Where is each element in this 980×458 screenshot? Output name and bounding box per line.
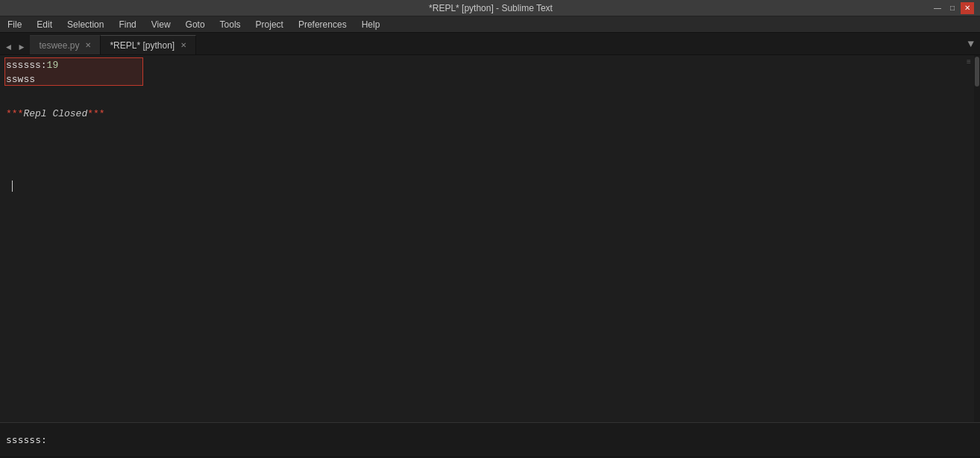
tabbar: ◄ ► teswee.py ✕ *REPL* [python] ✕ ▼	[0, 33, 980, 55]
menu-item-help[interactable]: Help	[354, 16, 388, 32]
titlebar: *REPL* [python] - Sublime Text — □ ✕	[0, 0, 980, 16]
tab-nav-right[interactable]: ►	[16, 41, 27, 54]
tab-repl-close[interactable]: ✕	[180, 42, 186, 49]
titlebar-controls: — □ ✕	[931, 2, 974, 14]
minimize-button[interactable]: —	[931, 2, 944, 14]
menu-item-selection[interactable]: Selection	[60, 16, 111, 32]
menubar: FileEditSelectionFindViewGotoToolsProjec…	[0, 16, 980, 33]
menu-item-preferences[interactable]: Preferences	[291, 16, 354, 32]
editor-line-3	[6, 87, 974, 101]
repl-closed-text: Repl Closed	[23, 107, 87, 121]
bottom-panel: ssssss:	[0, 422, 980, 457]
menu-item-find[interactable]: Find	[111, 16, 143, 32]
bottom-input-container[interactable]: ssssss:	[6, 433, 974, 447]
tab-repl[interactable]: *REPL* [python] ✕	[101, 35, 196, 54]
editor-line-5	[6, 121, 974, 135]
maximize-button[interactable]: □	[946, 2, 959, 14]
titlebar-title: *REPL* [python] - Sublime Text	[51, 3, 931, 13]
line2-text: sswss	[6, 72, 35, 87]
menu-item-file[interactable]: File	[0, 16, 29, 32]
menu-item-goto[interactable]: Goto	[178, 16, 213, 32]
menu-item-project[interactable]: Project	[248, 16, 291, 32]
menu-item-tools[interactable]: Tools	[213, 16, 248, 32]
menu-item-view[interactable]: View	[144, 16, 178, 32]
tab-teswee-close[interactable]: ✕	[85, 42, 91, 49]
tab-repl-label: *REPL* [python]	[110, 40, 175, 51]
bottom-input-text: ssssss:	[6, 434, 47, 445]
line1-text: ssssss:	[6, 58, 47, 72]
cursor	[12, 181, 13, 192]
close-button[interactable]: ✕	[961, 2, 974, 14]
editor-line-4: ***Repl Closed***	[6, 107, 974, 121]
editor: ≡ ssssss:19 sswss ***Repl Closed***	[0, 55, 980, 422]
editor-line-2: sswss	[6, 72, 974, 87]
tabbar-nav: ◄ ►	[0, 41, 30, 54]
repl-asterisk-2: ***	[87, 107, 104, 121]
repl-asterisk-1: ***	[6, 107, 23, 121]
tab-nav-left[interactable]: ◄	[3, 41, 14, 54]
line1-number: 19	[47, 58, 59, 72]
tab-dropdown-button[interactable]: ▼	[968, 38, 974, 50]
editor-content[interactable]: ssssss:19 sswss ***Repl Closed***	[0, 55, 980, 138]
tab-teswee-label: teswee.py	[39, 40, 79, 51]
scrollbar-thumb[interactable]	[975, 57, 979, 87]
menu-item-edit[interactable]: Edit	[29, 16, 60, 32]
tab-teswee[interactable]: teswee.py ✕	[30, 35, 101, 54]
editor-line-1: ssssss:19	[6, 58, 974, 72]
scrollbar[interactable]	[974, 55, 980, 422]
